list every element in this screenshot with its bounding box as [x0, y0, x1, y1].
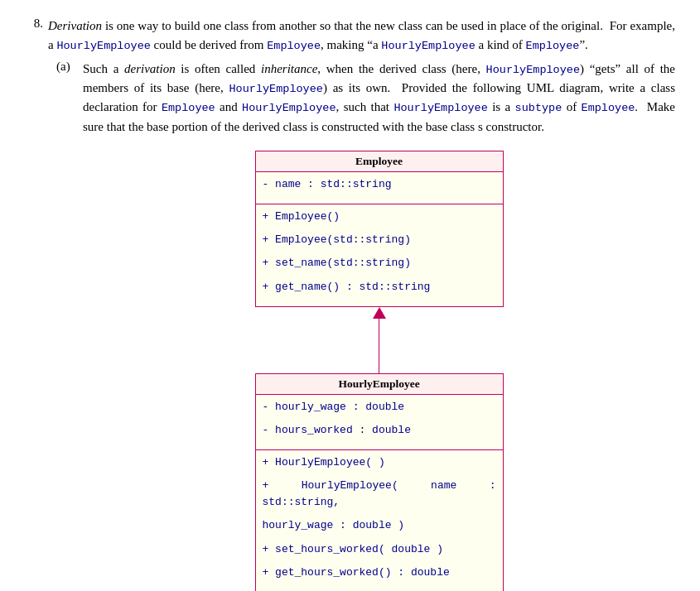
hourly-employee-methods: + HourlyEmployee( ) + HourlyEmployee( na…	[256, 450, 503, 591]
he-method-4: + set_hours_worked( double )	[263, 541, 496, 558]
hourly-employee-title: HourlyEmployee	[256, 374, 503, 395]
he-method-5: + get_hours_worked() : double	[263, 565, 496, 581]
arrow-head	[373, 307, 386, 319]
inheritance-italic: inheritance	[261, 62, 317, 75]
he-method-3: hourly_wage : double )	[263, 517, 496, 534]
he-code-3: HourlyEmployee	[486, 64, 580, 76]
he-method-1: + HourlyEmployee( )	[263, 454, 496, 471]
list-item-8: 8. Derivation is one way to build one cl…	[25, 17, 675, 591]
inheritance-arrow	[373, 307, 386, 373]
employee-code-1: Employee	[267, 40, 321, 52]
employee-title: Employee	[256, 151, 503, 172]
item-content: Derivation is one way to build one class…	[48, 17, 675, 591]
employee-method-1: + Employee()	[263, 209, 496, 225]
employee-code-2: Employee	[526, 40, 580, 52]
employee-attributes: - name : std::string	[256, 172, 503, 204]
he-code-5: HourlyEmployee	[242, 102, 336, 114]
derivation-term: Derivation	[48, 19, 102, 32]
he-code-4: HourlyEmployee	[229, 83, 323, 95]
sub-item-a: (a) Such a derivation is often called in…	[56, 60, 675, 591]
item-number: 8.	[25, 17, 43, 591]
he-code-6: HourlyEmployee	[393, 102, 487, 114]
hourly-employee-uml-box: HourlyEmployee - hourly_wage : double - …	[255, 373, 504, 591]
employee-method-2: + Employee(std::string)	[263, 232, 496, 248]
employee-method-4: + get_name() : std::string	[263, 279, 496, 296]
he-method-2: + HourlyEmployee( name : std::string,	[263, 478, 496, 511]
employee-methods: + Employee() + Employee(std::string) + s…	[256, 204, 503, 306]
he-method-6: + weekly_pay ( ) : double	[263, 588, 496, 591]
hourly-employee-attributes: - hourly_wage : double - hours_worked : …	[256, 395, 503, 450]
employee-code-3: Employee	[162, 102, 215, 114]
derivation-italic: derivation	[124, 62, 176, 75]
uml-diagram-container: Employee - name : std::string + Employee…	[83, 151, 675, 591]
arrow-line	[379, 319, 380, 373]
employee-method-3: + set_name(std::string)	[263, 255, 496, 271]
sub-item-label: (a)	[56, 60, 78, 591]
hourly-employee-code-1: HourlyEmployee	[56, 40, 150, 52]
employee-uml-box: Employee - name : std::string + Employee…	[255, 151, 504, 307]
sub-item-content: Such a derivation is often called inheri…	[83, 60, 675, 591]
employee-code-4: Employee	[582, 102, 635, 114]
outer-list: 8. Derivation is one way to build one cl…	[25, 17, 675, 591]
he-attr-2: - hours_worked : double	[263, 422, 496, 439]
sub-item-a-paragraph: Such a derivation is often called inheri…	[83, 60, 675, 136]
subtype-code: subtype	[515, 102, 562, 114]
uml-diagram-inner: Employee - name : std::string + Employee…	[255, 151, 504, 591]
he-attr-1: - hourly_wage : double	[263, 399, 496, 416]
item-8-paragraph: Derivation is one way to build one class…	[48, 17, 675, 55]
hourly-employee-code-2: HourlyEmployee	[381, 40, 475, 52]
employee-attr-1: - name : std::string	[263, 176, 496, 193]
